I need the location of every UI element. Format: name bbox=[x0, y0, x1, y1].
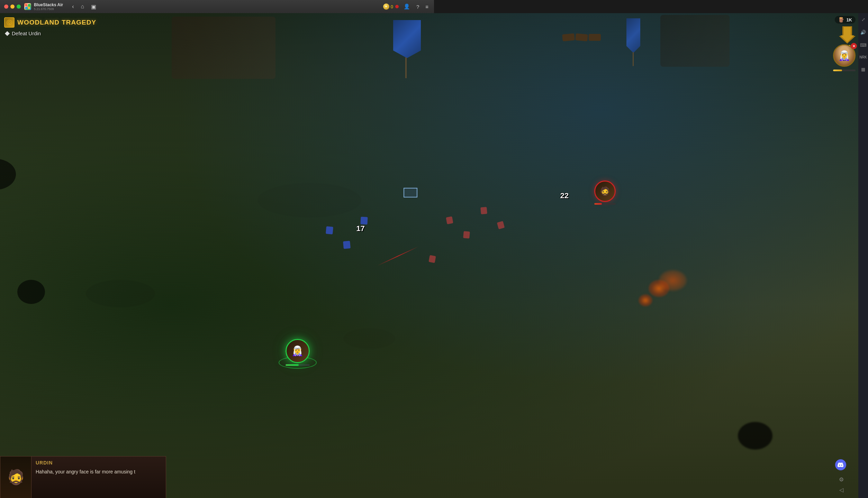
traffic-lights bbox=[4, 4, 21, 9]
objective-text: Defeat Urdin bbox=[12, 30, 41, 36]
app-icon bbox=[24, 3, 31, 10]
quest-title-row: Q WOODLAND TRAGEDY bbox=[4, 17, 96, 28]
quest-title: WOODLAND TRAGEDY bbox=[17, 19, 96, 26]
svg-rect-0 bbox=[25, 4, 27, 6]
banner-flag bbox=[386, 20, 428, 75]
minimize-button[interactable] bbox=[10, 4, 15, 9]
svg-rect-2 bbox=[25, 7, 27, 9]
quest-icon: Q bbox=[4, 17, 15, 28]
profile-button[interactable]: 👤 bbox=[402, 2, 412, 11]
close-button[interactable] bbox=[4, 4, 8, 9]
back-nav-button[interactable]: ‹ bbox=[70, 2, 76, 11]
quest-objective: Defeat Urdin bbox=[4, 30, 96, 36]
coin-icon: ✦ bbox=[383, 3, 389, 10]
titlebar-nav: ‹ ⌂ ▣ bbox=[70, 2, 98, 11]
hero-damage-number: 17 bbox=[356, 224, 364, 233]
titlebar-right: ✦ 0 👤 ? ≡ bbox=[383, 2, 430, 11]
tab-nav-button[interactable]: ▣ bbox=[89, 2, 98, 11]
titlebar: BlueStacks Air 5.21.670.7509 ‹ ⌂ ▣ ✦ 0 👤… bbox=[0, 0, 434, 13]
app-version: 5.21.670.7509 bbox=[34, 7, 63, 11]
objective-diamond-icon bbox=[5, 31, 10, 36]
combat-area: 🧝‍♀️ 🧔 17 22 bbox=[215, 159, 434, 249]
maximize-button[interactable] bbox=[17, 4, 21, 9]
home-nav-button[interactable]: ⌂ bbox=[79, 2, 87, 11]
building-1 bbox=[172, 17, 275, 79]
game-container[interactable]: 🧝‍♀️ 🧔 17 22 Q bbox=[0, 13, 434, 249]
coin-amount: 0 bbox=[391, 4, 393, 9]
menu-button[interactable]: ≡ bbox=[424, 2, 430, 11]
quest-overlay: Q WOODLAND TRAGEDY Defeat Urdin bbox=[4, 17, 96, 36]
app-name: BlueStacks Air bbox=[34, 2, 63, 7]
app-title-section: BlueStacks Air 5.21.670.7509 bbox=[34, 2, 63, 11]
coins-display: ✦ 0 bbox=[383, 3, 399, 10]
coin-alert bbox=[395, 5, 399, 8]
svg-rect-1 bbox=[28, 4, 30, 6]
help-button[interactable]: ? bbox=[415, 2, 421, 11]
svg-text:Q: Q bbox=[8, 21, 11, 25]
svg-rect-3 bbox=[28, 7, 30, 9]
